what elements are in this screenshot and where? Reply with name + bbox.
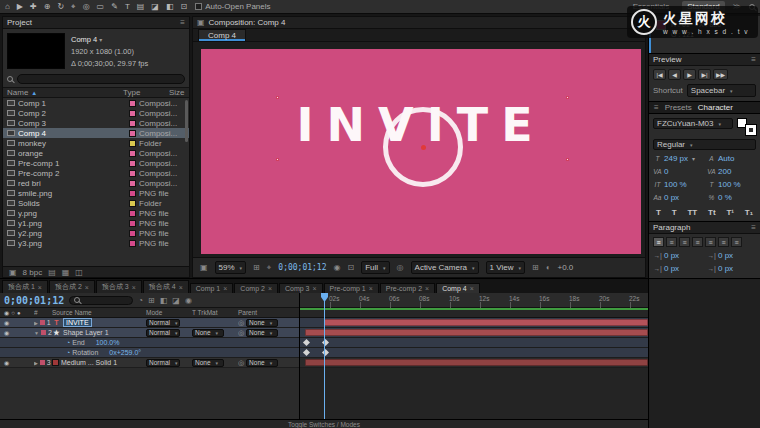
- leading-value[interactable]: Auto: [718, 154, 734, 163]
- close-tab-icon[interactable]: ×: [425, 285, 429, 292]
- label-color-chip[interactable]: [129, 130, 136, 137]
- close-tab-icon[interactable]: ×: [312, 285, 316, 292]
- timeline-tab[interactable]: Comp 4 ×: [436, 283, 480, 293]
- layer-duration-bar[interactable]: [305, 359, 648, 366]
- transport-button[interactable]: ▶|: [698, 69, 711, 80]
- property-name[interactable]: Rotation: [72, 349, 98, 356]
- pixel-aspect-icon[interactable]: ⊞: [532, 263, 539, 272]
- bit-depth-label[interactable]: 8 bpc: [23, 268, 43, 277]
- frame-blending-icon[interactable]: ◪: [172, 296, 180, 305]
- font-family-dropdown[interactable]: FZCuYuan-M03: [653, 118, 733, 129]
- label-color-chip[interactable]: [129, 210, 136, 217]
- exposure-value[interactable]: +0.0: [557, 263, 573, 272]
- tab-project[interactable]: Project: [7, 18, 32, 27]
- stopwatch-icon[interactable]: ◔: [66, 349, 70, 356]
- project-item-row[interactable]: smile.png PNG file: [3, 188, 189, 198]
- tool-icon[interactable]: ✚: [30, 2, 37, 11]
- parent-dropdown[interactable]: None: [246, 359, 278, 367]
- mask-visibility-icon[interactable]: ⌖: [267, 263, 272, 273]
- project-item-row[interactable]: Pre-comp 1 Composi...: [3, 158, 189, 168]
- tool-icon[interactable]: ◎: [83, 2, 90, 11]
- faux-style-button[interactable]: T¹: [726, 208, 734, 217]
- project-comp-name[interactable]: Comp 4▾: [71, 35, 148, 44]
- visibility-eye-icon[interactable]: ◉: [4, 359, 9, 366]
- tool-icon[interactable]: ⊡: [180, 2, 187, 11]
- faux-style-button[interactable]: T: [656, 208, 661, 217]
- close-tab-icon[interactable]: ×: [369, 285, 373, 292]
- baseline-shift-value[interactable]: 0 px: [664, 193, 679, 202]
- parent-pickwhip-icon[interactable]: ◎: [238, 319, 244, 327]
- always-preview-icon[interactable]: ▣: [200, 263, 208, 272]
- layer-name-rename-field[interactable]: INVITE: [63, 318, 92, 327]
- selection-handle[interactable]: [276, 96, 279, 99]
- composition-canvas[interactable]: INVITE: [201, 49, 641, 254]
- selection-handle[interactable]: [566, 96, 569, 99]
- time-ruler[interactable]: 02s04s06s08s10s12s14s16s18s20s22s: [300, 293, 648, 308]
- close-tab-icon[interactable]: ×: [470, 285, 474, 292]
- justify-all-button[interactable]: ≡: [731, 237, 742, 247]
- transport-button[interactable]: ▶: [683, 69, 696, 80]
- region-of-interest-icon[interactable]: ◎: [397, 263, 404, 272]
- motion-blur-icon[interactable]: ◉: [185, 296, 192, 305]
- preview-panel-title[interactable]: Preview: [653, 55, 681, 64]
- composition-mini-flowchart-icon[interactable]: ◔: [138, 296, 143, 305]
- parent-pickwhip-icon[interactable]: ◎: [238, 359, 244, 367]
- column-mode[interactable]: Mode: [146, 308, 192, 317]
- label-color-chip[interactable]: [129, 200, 136, 207]
- tool-icon[interactable]: ◧: [166, 2, 174, 11]
- project-item-row[interactable]: Comp 3 Composi...: [3, 118, 189, 128]
- paragraph-panel-title[interactable]: Paragraph: [653, 223, 690, 232]
- label-color-chip[interactable]: [129, 120, 136, 127]
- shortcut-dropdown[interactable]: Spacebar: [687, 84, 756, 97]
- parent-dropdown[interactable]: None: [246, 329, 278, 337]
- layer-row-2[interactable]: ◉ ▼ 2 ★ Shape Layer 1 Normal None ◎ None: [0, 328, 299, 338]
- property-row-rotation[interactable]: ◔ Rotation 0x+259.0°: [0, 348, 299, 358]
- justify-last-left-button[interactable]: ≡: [692, 237, 703, 247]
- timeline-tab[interactable]: 预合成 2 ×: [49, 280, 95, 293]
- tool-icon[interactable]: ⌂: [5, 2, 10, 11]
- close-tab-icon[interactable]: ×: [132, 284, 136, 291]
- layer-duration-bar[interactable]: [305, 329, 648, 336]
- tool-icon[interactable]: ▤: [137, 2, 145, 11]
- tool-icon[interactable]: ◪: [151, 2, 159, 11]
- project-item-row[interactable]: monkey Folder: [3, 138, 189, 148]
- project-item-row[interactable]: Comp 1 Composi...: [3, 98, 189, 108]
- parent-dropdown[interactable]: None: [246, 319, 278, 327]
- grid-guides-icon[interactable]: ⊞: [253, 263, 260, 272]
- faux-style-button[interactable]: TT: [687, 208, 697, 217]
- faux-style-button[interactable]: T: [672, 208, 677, 217]
- selection-handle[interactable]: [276, 158, 279, 161]
- font-size-value[interactable]: 249 px: [664, 154, 688, 163]
- horizontal-scale-value[interactable]: 100 %: [718, 180, 741, 189]
- project-scrollbar[interactable]: [185, 100, 188, 142]
- timeline-tab[interactable]: 预合成 4 ×: [143, 280, 189, 293]
- project-item-row[interactable]: y2.png PNG file: [3, 228, 189, 238]
- project-item-row[interactable]: y3.png PNG file: [3, 238, 189, 248]
- property-value[interactable]: 100.0%: [96, 339, 120, 346]
- snapshot-icon[interactable]: ◉: [333, 263, 340, 272]
- blend-mode-dropdown[interactable]: Normal: [146, 329, 180, 337]
- align-center-button[interactable]: ≡: [666, 237, 677, 247]
- project-item-row[interactable]: Solids Folder: [3, 198, 189, 208]
- hide-shy-layers-icon[interactable]: ◧: [160, 296, 168, 305]
- resolution-dropdown[interactable]: Full: [361, 261, 389, 274]
- project-item-row[interactable]: Pre-comp 2 Composi...: [3, 168, 189, 178]
- label-color-chip[interactable]: [129, 170, 136, 177]
- column-trkmat[interactable]: T TrkMat: [192, 308, 238, 317]
- label-color-chip[interactable]: [40, 320, 45, 325]
- project-item-row[interactable]: y.png PNG file: [3, 208, 189, 218]
- justify-last-center-button[interactable]: ≡: [705, 237, 716, 247]
- project-search-input[interactable]: [17, 74, 185, 84]
- project-item-row[interactable]: Comp 2 Composi...: [3, 108, 189, 118]
- indent-value[interactable]: 0 px: [664, 251, 679, 260]
- new-comp-icon[interactable]: ▦: [62, 268, 70, 277]
- composition-panel-title[interactable]: Composition: Comp 4: [209, 18, 286, 27]
- viewer-timecode[interactable]: 0;00;01;12: [278, 263, 326, 272]
- panel-menu-icon[interactable]: ≡: [751, 223, 756, 232]
- timeline-tab[interactable]: Comp 3 ×: [279, 283, 323, 293]
- auto-open-panels-checkbox[interactable]: Auto-Open Panels: [195, 2, 270, 11]
- layer-duration-bar[interactable]: [324, 319, 648, 326]
- timeline-tab[interactable]: Comp 2 ×: [234, 283, 278, 293]
- viewer-tab-comp4[interactable]: Comp 4: [198, 29, 246, 41]
- transport-button[interactable]: |◀: [653, 69, 666, 80]
